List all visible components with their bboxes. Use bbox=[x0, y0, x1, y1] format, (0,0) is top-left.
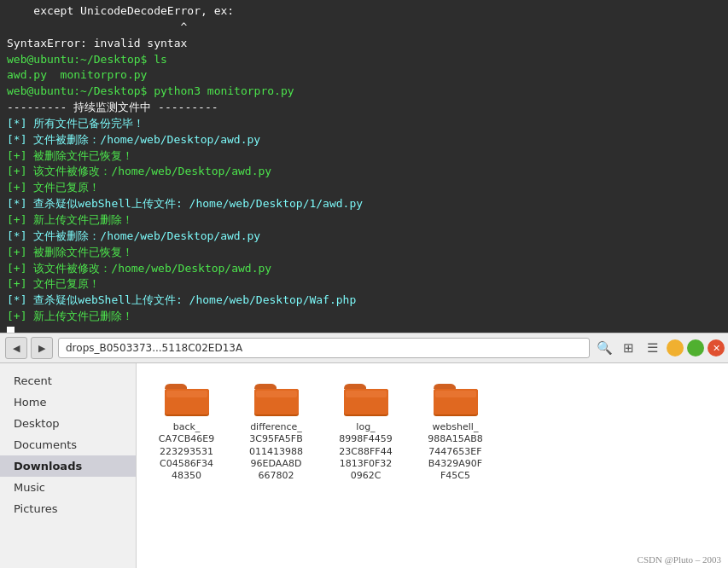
folder-webshell[interactable]: webshell_ 988A15AB8 7447653EF B4329A90F … bbox=[419, 377, 492, 482]
terminal-line: [*] 所有文件已备份完毕！ bbox=[7, 116, 721, 132]
folder-label-difference: difference_ 3C95FA5FB 011413988 96EDAA8D… bbox=[249, 421, 303, 482]
terminal-line: [+] 被删除文件已恢复！ bbox=[7, 245, 721, 261]
grid-view-button[interactable]: ⊞ bbox=[617, 337, 639, 359]
search-button[interactable]: 🔍 bbox=[593, 337, 615, 359]
list-view-button[interactable]: ☰ bbox=[641, 337, 663, 359]
fm-toolbar: ◀ ▶ drops_B0503373...5118C02ED13A 🔍 ⊞ ☰ … bbox=[0, 333, 728, 363]
fm-body: RecentHomeDesktopDocumentsDownloadsMusic… bbox=[0, 363, 728, 568]
breadcrumb-text: drops_B0503373...5118C02ED13A bbox=[66, 342, 242, 354]
folder-icon-webshell bbox=[432, 377, 480, 418]
breadcrumb: drops_B0503373...5118C02ED13A bbox=[58, 338, 590, 358]
folder-back[interactable]: back_ CA7CB46E9 223293531 C04586F34 4835… bbox=[150, 377, 223, 482]
terminal-line: [*] 查杀疑似webShell上传文件: /home/web/Desktop/… bbox=[7, 293, 721, 309]
file-manager: ◀ ▶ drops_B0503373...5118C02ED13A 🔍 ⊞ ☰ … bbox=[0, 333, 728, 568]
terminal-line: web@ubuntu:~/Desktop$ python3 monitorpro… bbox=[7, 84, 721, 100]
folder-label-webshell: webshell_ 988A15AB8 7447653EF B4329A90F … bbox=[428, 421, 483, 482]
sidebar-item-documents[interactable]: Documents bbox=[0, 434, 136, 455]
back-button[interactable]: ◀ bbox=[5, 337, 27, 359]
toolbar-right: 🔍 ⊞ ☰ ✕ bbox=[593, 337, 725, 359]
sidebar-item-desktop[interactable]: Desktop bbox=[0, 413, 136, 434]
folder-difference[interactable]: difference_ 3C95FA5FB 011413988 96EDAA8D… bbox=[240, 377, 312, 482]
folder-label-log: log_ 8998F4459 23C88FF44 1813F0F32 0962C bbox=[339, 421, 392, 482]
terminal-line: SyntaxError: invalid syntax bbox=[7, 36, 721, 52]
terminal-line: --------- 持续监测文件中 --------- bbox=[7, 100, 721, 116]
terminal-line: [+] 新上传文件已删除！ bbox=[7, 309, 721, 325]
sidebar-item-music[interactable]: Music bbox=[0, 477, 136, 498]
fm-main: back_ CA7CB46E9 223293531 C04586F34 4835… bbox=[137, 363, 728, 568]
folder-icon-back bbox=[163, 377, 211, 418]
terminal-line: [+] 该文件被修改：/home/web/Desktop/awd.py bbox=[7, 261, 721, 277]
folder-icon-log bbox=[342, 377, 390, 418]
svg-rect-2 bbox=[166, 391, 207, 397]
terminal-line: [+] 文件已复原！ bbox=[7, 276, 721, 293]
terminal-line: web@ubuntu:~/Desktop$ ls bbox=[7, 52, 721, 68]
watermark: CSDN @Pluto – 2003 bbox=[638, 554, 721, 565]
svg-rect-8 bbox=[346, 391, 387, 397]
terminal-line: except UnicodeDecodeError, ex: bbox=[7, 3, 721, 20]
sidebar-item-recent[interactable]: Recent bbox=[0, 370, 136, 391]
terminal-line: [*] 文件被删除：/home/web/Desktop/awd.py bbox=[7, 132, 721, 148]
terminal-line: [+] 新上传文件已删除！ bbox=[7, 212, 721, 229]
terminal-caret bbox=[7, 327, 15, 333]
maximize-button[interactable] bbox=[687, 339, 704, 356]
sidebar-item-pictures[interactable]: Pictures bbox=[0, 498, 136, 519]
terminal-line: [*] 文件被删除：/home/web/Desktop/awd.py bbox=[7, 229, 721, 245]
terminal-line: ^ bbox=[7, 20, 721, 36]
terminal-line: [+] 该文件被修改：/home/web/Desktop/awd.py bbox=[7, 164, 721, 180]
fm-sidebar: RecentHomeDesktopDocumentsDownloadsMusic… bbox=[0, 363, 137, 568]
folder-icon-difference bbox=[253, 377, 300, 418]
terminal: except UnicodeDecodeError, ex: ^SyntaxEr… bbox=[0, 0, 728, 333]
forward-button[interactable]: ▶ bbox=[31, 337, 53, 359]
terminal-caret-line bbox=[7, 325, 721, 333]
folder-log[interactable]: log_ 8998F4459 23C88FF44 1813F0F32 0962C bbox=[329, 377, 402, 482]
terminal-line: awd.py monitorpro.py bbox=[7, 67, 721, 84]
sidebar-item-home[interactable]: Home bbox=[0, 391, 136, 413]
terminal-line: [+] 被删除文件已恢复！ bbox=[7, 148, 721, 165]
sidebar-item-downloads[interactable]: Downloads bbox=[0, 455, 136, 477]
svg-rect-11 bbox=[435, 391, 476, 397]
svg-rect-5 bbox=[256, 391, 297, 397]
folder-label-back: back_ CA7CB46E9 223293531 C04586F34 4835… bbox=[159, 421, 214, 482]
terminal-line: [*] 查杀疑似webShell上传文件: /home/web/Desktop/… bbox=[7, 196, 721, 212]
close-button[interactable]: ✕ bbox=[708, 339, 725, 356]
terminal-line: [+] 文件已复原！ bbox=[7, 180, 721, 196]
minimize-button[interactable] bbox=[667, 339, 684, 356]
